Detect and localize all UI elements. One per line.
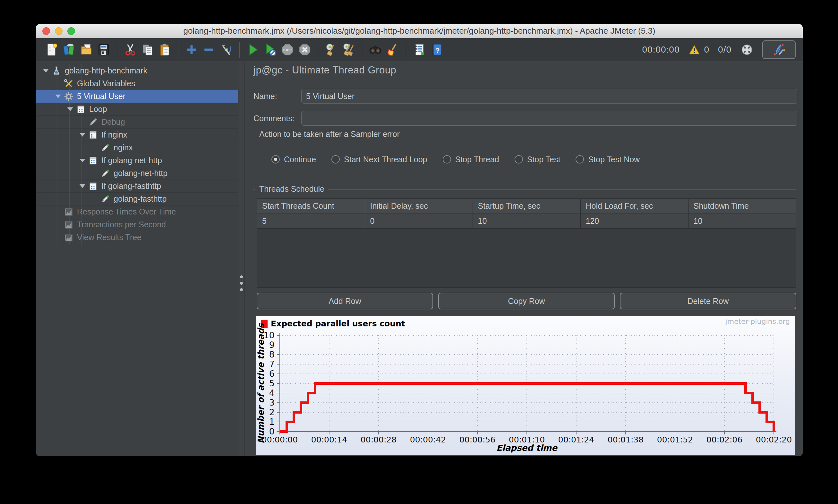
radio-start-next-thread-loop[interactable]: Start Next Thread Loop <box>331 155 427 164</box>
jmeter-logo-button[interactable] <box>762 40 796 59</box>
window-title: golang-http-benchmark.jmx (/Users/nicola… <box>183 26 655 36</box>
collapse-node-toggle[interactable] <box>40 69 51 72</box>
tree-node-label: golang-http-benchmark <box>65 66 147 75</box>
log-warnings-indicator[interactable]: 0 <box>688 44 709 55</box>
x-axis-title: Elapsed time <box>496 443 558 453</box>
chart-canvas: 01234567891000:00:0000:00:1400:00:2800:0… <box>256 316 795 455</box>
start-icon <box>246 43 260 57</box>
copy-button[interactable] <box>139 40 156 59</box>
clear-button[interactable] <box>323 40 340 59</box>
collapse-node-toggle[interactable] <box>65 107 76 111</box>
collapse-node-toggle[interactable] <box>77 133 88 137</box>
toggle-icon <box>219 43 233 57</box>
name-value: 5 Virtual User <box>306 92 354 101</box>
tree-node-debug[interactable]: Debug <box>36 116 238 129</box>
radio-stop-test-now[interactable]: Stop Test Now <box>576 155 640 164</box>
threads-schedule-table[interactable]: Start Threads CountInitial Delay, secSta… <box>257 198 796 288</box>
function-helper-button[interactable] <box>411 40 428 59</box>
tree-node-if-nginx[interactable]: If nginx <box>36 129 238 141</box>
tree-node-golang-http-benchmark[interactable]: golang-http-benchmark <box>36 65 238 77</box>
help-button[interactable]: ? <box>428 40 445 59</box>
copy-row-button[interactable]: Copy Row <box>438 293 615 309</box>
new-file-button[interactable] <box>43 40 60 59</box>
search-button[interactable] <box>367 40 384 59</box>
collapse-node-toggle[interactable] <box>77 184 88 188</box>
schedule-cell[interactable]: 10 <box>688 214 796 228</box>
search-icon <box>368 43 382 57</box>
clear-all-button[interactable] <box>340 40 357 59</box>
stop-icon: STOP <box>280 43 295 57</box>
listener-icon <box>64 232 74 243</box>
tree-node-label: If golang-fasthttp <box>101 181 161 191</box>
delete-row-button[interactable]: Delete Row <box>620 293 796 309</box>
x-tick-label: 00:00:14 <box>311 435 347 444</box>
collapse-all-icon <box>202 43 216 57</box>
arguments-icon <box>64 78 74 89</box>
collapse-all-button[interactable] <box>200 40 217 59</box>
tree-node-view-results-tree[interactable]: View Results Tree <box>36 231 238 244</box>
svg-text:?: ? <box>435 46 439 54</box>
expand-all-button[interactable] <box>183 40 200 59</box>
radio-stop-thread[interactable]: Stop Thread <box>443 155 499 164</box>
tree-node-golang-net-http[interactable]: golang-net-http <box>36 167 238 180</box>
tree-node-nginx[interactable]: nginx <box>36 141 238 154</box>
zoom-window-button[interactable] <box>67 27 75 35</box>
radio-continue[interactable]: Continue <box>272 155 316 164</box>
y-tick-label: 7 <box>269 359 275 369</box>
start-button[interactable] <box>244 40 261 59</box>
schedule-cell[interactable]: 120 <box>580 214 688 228</box>
close-window-button[interactable] <box>42 27 50 35</box>
schedule-row[interactable]: 501012010 <box>257 214 796 228</box>
sampler-disabled-icon <box>88 117 98 127</box>
collapse-node-toggle[interactable] <box>77 159 88 162</box>
legend-label: Expected parallel users count <box>271 319 405 328</box>
x-tick-label: 00:01:24 <box>558 435 594 444</box>
help-icon: ? <box>430 43 444 57</box>
schedule-cell[interactable]: 0 <box>365 214 473 228</box>
elapsed-timer: 00:00:00 <box>642 44 680 55</box>
controller-icon <box>88 156 98 166</box>
open-file-button[interactable] <box>77 40 95 59</box>
clear-icon <box>324 43 338 57</box>
schedule-cell[interactable]: 5 <box>257 214 365 228</box>
tree-node-golang-fasthttp[interactable]: golang-fasthttp <box>36 193 238 205</box>
toggle-button[interactable] <box>217 40 235 59</box>
tree-node-transactions-per-second[interactable]: Transactions per Second <box>36 218 238 231</box>
paste-button[interactable] <box>156 40 174 59</box>
start-no-pauses-button[interactable] <box>261 40 279 59</box>
x-tick-label: 00:01:52 <box>657 435 693 444</box>
toolbar-status-cluster: 00:00:00 0 0/0 <box>642 40 796 59</box>
schedule-cell[interactable]: 10 <box>473 214 580 228</box>
name-input[interactable]: 5 Virtual User <box>301 89 797 104</box>
ultimate-thread-group-panel: jp@gc - Ultimate Thread Group Name: 5 Vi… <box>244 61 803 456</box>
window-titlebar[interactable]: golang-http-benchmark.jmx (/Users/nicola… <box>36 24 803 38</box>
paste-icon <box>158 43 172 57</box>
tree-node-if-golang-net-http[interactable]: If golang-net-http <box>36 154 238 167</box>
templates-button[interactable] <box>60 40 77 59</box>
row-buttons: Add RowCopy RowDelete Row <box>257 293 796 309</box>
x-tick-label: 00:00:00 <box>262 435 298 444</box>
tree-node-if-golang-fasthttp[interactable]: If golang-fasthttp <box>36 180 238 193</box>
save-button[interactable] <box>95 40 112 59</box>
tree-node-global-variables[interactable]: Global Variables <box>36 77 238 90</box>
radio-stop-test[interactable]: Stop Test <box>514 155 560 164</box>
minimize-window-button[interactable] <box>55 27 63 35</box>
cut-button[interactable] <box>122 40 139 59</box>
tree-node-loop[interactable]: Loop <box>36 103 238 116</box>
tree-node-label: Transactions per Second <box>77 220 166 229</box>
add-row-button[interactable]: Add Row <box>257 293 433 309</box>
comments-input[interactable] <box>301 111 797 126</box>
action-group-title: Action to be taken after a Sampler error <box>256 129 404 139</box>
shutdown-icon <box>298 43 312 57</box>
controller-icon <box>88 181 98 192</box>
collapse-node-toggle[interactable] <box>53 94 64 98</box>
search-reset-button[interactable] <box>384 40 401 59</box>
tree-node-label: Response Times Over Time <box>77 207 176 216</box>
expected-users-chart: 01234567891000:00:0000:00:1400:00:2800:0… <box>256 316 795 455</box>
schedule-column-header: Shutdown Time <box>688 199 796 214</box>
tree-node-5-virtual-user[interactable]: 5 Virtual User <box>36 90 238 103</box>
panel-title: jp@gc - Ultimate Thread Group <box>254 65 396 76</box>
schedule-header-row: Start Threads CountInitial Delay, secSta… <box>257 199 796 214</box>
splitter-handle[interactable] <box>238 61 244 456</box>
tree-node-response-times-over-time[interactable]: Response Times Over Time <box>36 205 238 218</box>
